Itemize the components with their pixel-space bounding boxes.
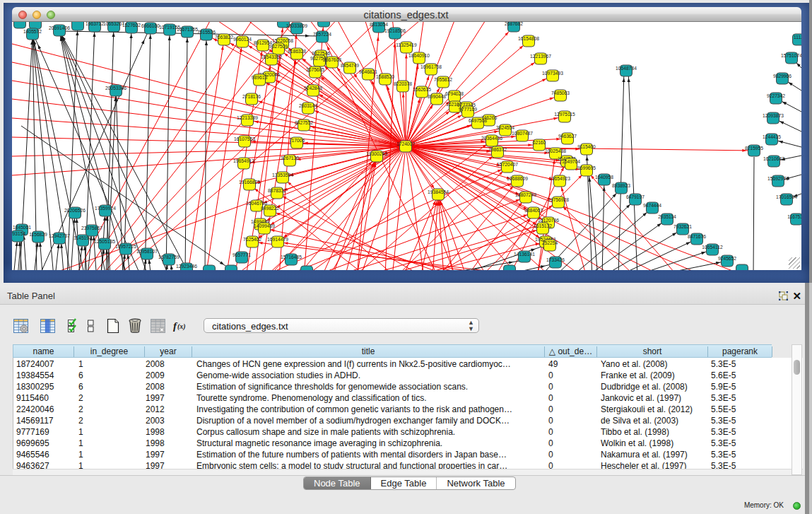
svg-text:7357224: 7357224 — [313, 32, 331, 37]
svg-text:1244415: 1244415 — [763, 134, 781, 139]
svg-text:20691406: 20691406 — [49, 25, 70, 30]
svg-text:19218506: 19218506 — [384, 28, 406, 33]
svg-text:2867608: 2867608 — [323, 57, 341, 62]
svg-text:15692971: 15692971 — [767, 176, 789, 181]
svg-text:20364436: 20364436 — [481, 136, 502, 141]
svg-text:9463627: 9463627 — [558, 134, 577, 139]
svg-text:18807249: 18807249 — [515, 192, 536, 197]
svg-text:6497568: 6497568 — [469, 118, 487, 123]
svg-text:10648784: 10648784 — [616, 66, 637, 71]
svg-text:9777169: 9777169 — [459, 107, 477, 112]
svg-text:10653267: 10653267 — [103, 22, 124, 26]
svg-text:17359924: 17359924 — [95, 206, 116, 211]
svg-text:1733426: 1733426 — [546, 257, 565, 262]
svg-text:7625402: 7625402 — [243, 237, 261, 242]
svg-text:8813054: 8813054 — [370, 22, 388, 27]
svg-text:6966160: 6966160 — [141, 23, 160, 28]
svg-text:8454749: 8454749 — [341, 63, 359, 68]
svg-text:1588520: 1588520 — [376, 74, 394, 79]
svg-text:11325419: 11325419 — [396, 42, 417, 47]
svg-text:9960124: 9960124 — [233, 37, 252, 42]
svg-text:6794028: 6794028 — [445, 91, 464, 96]
svg-text:8186328: 8186328 — [288, 49, 306, 54]
svg-text:19654923: 19654923 — [549, 176, 570, 181]
svg-text:9115460: 9115460 — [577, 144, 596, 149]
svg-text:23975867: 23975867 — [81, 226, 102, 230]
svg-text:1156829: 1156829 — [29, 232, 47, 237]
svg-text:16033809: 16033809 — [286, 23, 307, 28]
svg-text:16914479: 16914479 — [267, 237, 288, 242]
svg-text:15751074: 15751074 — [781, 53, 801, 58]
svg-text:19166825: 19166825 — [239, 180, 260, 185]
svg-text:3824554: 3824554 — [496, 125, 514, 130]
svg-text:9327509: 9327509 — [269, 44, 288, 49]
svg-text:16120746: 16120746 — [538, 218, 559, 223]
svg-text:7986372: 7986372 — [488, 147, 507, 152]
svg-text:8215955: 8215955 — [745, 146, 763, 151]
svg-text:1615132: 1615132 — [534, 223, 552, 228]
svg-text:393154: 393154 — [12, 231, 25, 236]
svg-text:7955812: 7955812 — [434, 77, 452, 82]
svg-text:12942737: 12942737 — [49, 233, 70, 238]
svg-text:10807487: 10807487 — [512, 131, 533, 136]
svg-text:10688609: 10688609 — [507, 176, 528, 181]
svg-text:9646821: 9646821 — [359, 69, 377, 74]
svg-text:1527602: 1527602 — [122, 23, 141, 28]
svg-text:8427552: 8427552 — [295, 120, 313, 125]
svg-text:17016504: 17016504 — [776, 194, 797, 199]
svg-text:19384554: 19384554 — [428, 189, 449, 194]
svg-text:20206526: 20206526 — [64, 208, 86, 213]
svg-text:12923446: 12923446 — [176, 264, 197, 269]
svg-text:19756928: 19756928 — [548, 197, 569, 202]
svg-text:717006: 717006 — [289, 138, 305, 143]
svg-text:16154808: 16154808 — [518, 36, 539, 41]
svg-text:1963712: 1963712 — [86, 22, 104, 26]
svg-text:15716485: 15716485 — [281, 255, 302, 259]
svg-text:9242848: 9242848 — [304, 86, 322, 90]
svg-text:3267130: 3267130 — [281, 156, 299, 160]
svg-text:15226058: 15226058 — [272, 38, 293, 43]
svg-text:1549764: 1549764 — [562, 159, 580, 164]
svg-text:252254: 252254 — [542, 240, 558, 245]
svg-text:16961758: 16961758 — [420, 64, 442, 69]
svg-text:16543362: 16543362 — [261, 54, 282, 59]
svg-text:2803144: 2803144 — [299, 103, 317, 108]
svg-text:1562615: 1562615 — [413, 87, 431, 92]
svg-text:1167534: 1167534 — [787, 214, 801, 219]
svg-text:10654112: 10654112 — [702, 245, 723, 250]
svg-text:(x): (x) — [177, 322, 186, 331]
svg-text:13353594: 13353594 — [272, 173, 293, 177]
svg-text:16671355: 16671355 — [177, 27, 198, 32]
svg-text:8990448: 8990448 — [428, 94, 446, 99]
svg-text:8938923: 8938923 — [612, 183, 630, 188]
svg-text:8498222: 8498222 — [261, 206, 279, 211]
svg-text:16210643: 16210643 — [763, 156, 784, 161]
svg-text:9474444: 9474444 — [643, 203, 661, 208]
svg-text:3675685: 3675685 — [306, 67, 324, 72]
svg-text:12213389: 12213389 — [237, 115, 258, 120]
svg-text:8471676: 8471676 — [688, 234, 706, 239]
svg-text:1845061: 1845061 — [13, 225, 31, 230]
svg-text:1112: 1112 — [794, 35, 801, 40]
svg-text:18640910: 18640910 — [408, 53, 430, 58]
svg-text:6479197: 6479197 — [626, 194, 645, 199]
svg-text:2718176: 2718176 — [242, 94, 261, 99]
svg-text:7485063: 7485063 — [551, 90, 570, 95]
svg-text:12505135: 12505135 — [94, 239, 115, 244]
svg-text:14099489: 14099489 — [254, 223, 275, 228]
svg-text:9657771: 9657771 — [233, 252, 251, 257]
svg-text:989613: 989613 — [252, 75, 268, 80]
svg-text:1724007: 1724007 — [396, 141, 415, 146]
svg-text:8220378: 8220378 — [394, 81, 412, 86]
svg-text:12093873: 12093873 — [763, 113, 784, 118]
svg-text:10958107: 10958107 — [136, 249, 158, 254]
svg-text:10046786: 10046786 — [246, 201, 267, 206]
svg-text:8878332: 8878332 — [268, 188, 286, 193]
svg-text:1405572: 1405572 — [23, 29, 42, 34]
svg-text:7663822: 7663822 — [215, 35, 233, 40]
svg-text:15720407: 15720407 — [497, 162, 518, 167]
svg-text:2687682: 2687682 — [505, 22, 523, 26]
svg-text:2935114: 2935114 — [658, 214, 676, 219]
svg-text:7932621: 7932621 — [673, 224, 692, 229]
svg-text:17957225: 17957225 — [115, 244, 136, 249]
